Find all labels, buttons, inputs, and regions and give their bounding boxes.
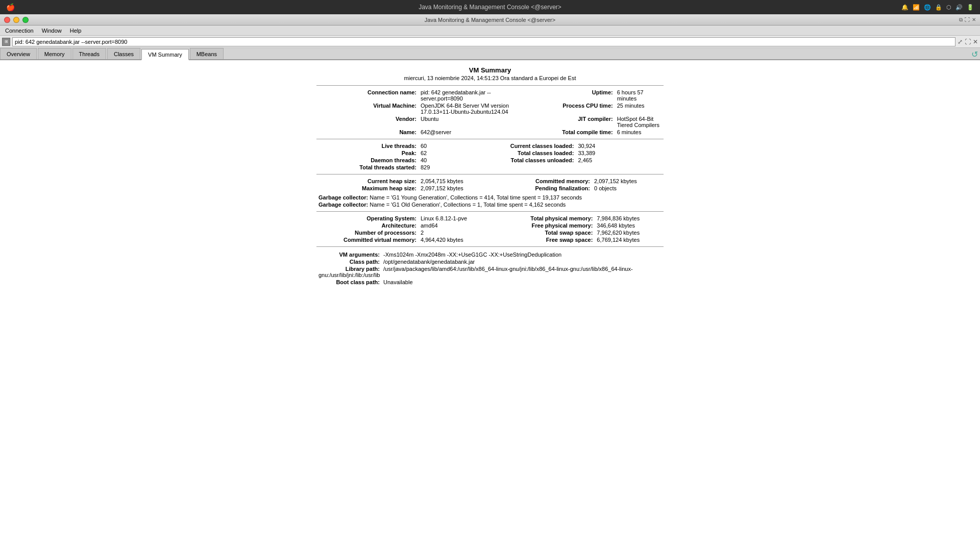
total-classes-loaded-value: 33,389: [576, 149, 664, 157]
free-swap-space-value: 6,769,124 kbytes: [595, 236, 664, 243]
boot-class-path-label: Boot class path:: [318, 279, 380, 285]
window-title-bar: Java Monitoring & Management Console <@s…: [419, 4, 561, 11]
tab-memory[interactable]: Memory: [38, 48, 71, 59]
app-window: Java Monitoring & Management Console <@s…: [0, 14, 980, 551]
app-title: Java Monitoring & Management Console <@s…: [425, 17, 555, 23]
refresh-icon[interactable]: ↺: [971, 49, 978, 59]
total-physical-memory-label: Total physical memory:: [493, 215, 595, 222]
vm-arguments-value: -Xms1024m -Xmx2048m -XX:+UseG1GC -XX:+Us…: [383, 252, 561, 258]
vendor-label: Vendor:: [316, 115, 419, 129]
restore-icon[interactable]: ⧉: [959, 17, 963, 23]
separator-5: [316, 246, 664, 247]
sound-icon: 🔊: [955, 4, 963, 11]
tab-threads[interactable]: Threads: [72, 48, 106, 59]
maximize-button[interactable]: [22, 17, 29, 23]
live-threads-label: Live threads:: [316, 142, 419, 149]
menu-connection[interactable]: Connection: [2, 27, 37, 34]
separator-4: [316, 211, 664, 212]
menu-window[interactable]: Window: [39, 27, 65, 34]
tab-overview[interactable]: Overview: [0, 48, 37, 59]
bluetooth-icon: ⬡: [946, 4, 951, 11]
uptime-label: Uptime:: [513, 89, 615, 102]
virtual-machine-label: Virtual Machine:: [316, 102, 419, 115]
total-swap-space-value: 7,962,620 kbytes: [595, 229, 664, 236]
peak-label: Peak:: [316, 149, 419, 157]
os-value: Linux 6.8.12-1-pve: [419, 215, 493, 222]
vm-args-section: VM arguments: -Xms1024m -Xmx2048m -XX:+U…: [316, 250, 664, 287]
separator-3: [316, 174, 664, 174]
total-threads-started-value: 829: [419, 164, 474, 171]
total-threads-started-label: Total threads started:: [316, 164, 419, 171]
architecture-value: amd64: [419, 222, 493, 229]
total-classes-loaded-label: Total classes loaded:: [474, 149, 576, 157]
menu-help[interactable]: Help: [67, 27, 85, 34]
os-label: Operating System:: [316, 215, 419, 222]
vm-summary-date: miercuri, 13 noiembrie 2024, 14:51:23 Or…: [316, 75, 664, 81]
close-address-icon[interactable]: ✕: [973, 38, 978, 45]
process-cpu-time-label: Process CPU time:: [513, 102, 615, 115]
content-panel: VM Summary miercuri, 13 noiembrie 2024, …: [316, 60, 664, 291]
tab-classes[interactable]: Classes: [107, 48, 140, 59]
total-physical-memory-value: 7,984,836 kbytes: [595, 215, 664, 222]
heap-memory-table: Current heap size: 2,054,715 kbytes Comm…: [316, 178, 664, 192]
address-input[interactable]: [12, 37, 955, 46]
wifi-icon: 📶: [913, 4, 920, 11]
virtual-machine-value: OpenJDK 64-Bit Server VM version 17.0.13…: [419, 102, 513, 115]
gc-row-2: Garbage collector: Name = 'G1 Old Genera…: [316, 201, 664, 208]
committed-memory-label: Committed memory:: [490, 178, 592, 185]
tab-mbeans[interactable]: MBeans: [190, 48, 224, 59]
class-path-label: Class path:: [318, 259, 380, 265]
zoom-icon[interactable]: ⛶: [965, 38, 971, 45]
total-compile-time-value: 6 minutes: [615, 129, 664, 136]
daemon-threads-label: Daemon threads:: [316, 157, 419, 164]
committed-virtual-memory-value: 4,964,420 kbytes: [419, 236, 493, 243]
pending-finalization-value: 0 objects: [592, 185, 664, 192]
window-titlebar: Java Monitoring & Management Console <@s…: [0, 14, 980, 26]
vm-summary-title: VM Summary: [316, 66, 664, 74]
battery-icon: 🔋: [967, 4, 974, 11]
close-icon[interactable]: ✕: [972, 17, 976, 23]
connection-info-table: Connection name: pid: 642 genedatabank.j…: [316, 89, 664, 136]
jit-compiler-value: HotSpot 64-Bit Tiered Compilers: [615, 115, 664, 129]
class-path-value: /opt/genedatabank/genedatabank.jar: [383, 259, 475, 265]
address-bar-right-icons: ⤢ ⛶ ✕: [958, 38, 978, 45]
notification-icon[interactable]: 🔔: [901, 4, 909, 11]
connection-name-label: Connection name:: [316, 89, 419, 102]
separator-2: [316, 139, 664, 139]
process-cpu-time-value: 25 minutes: [615, 102, 664, 115]
gc1-value: Name = 'G1 Young Generation', Collection…: [370, 194, 582, 201]
architecture-label: Architecture:: [316, 222, 419, 229]
main-content: VM Summary miercuri, 13 noiembrie 2024, …: [0, 60, 980, 551]
boot-class-path-value: Unavailable: [383, 279, 412, 285]
class-path-row: Class path: /opt/genedatabank/genedataba…: [318, 258, 662, 265]
free-physical-memory-label: Free physical memory:: [493, 222, 595, 229]
name-label: Name:: [316, 129, 419, 136]
tab-vm-summary[interactable]: VM Summary: [141, 49, 189, 60]
peak-value: 62: [419, 149, 474, 157]
expand-icon[interactable]: ⤢: [958, 38, 963, 45]
vm-arguments-label: VM arguments:: [318, 252, 380, 258]
fullscreen-icon[interactable]: ⛶: [965, 17, 970, 23]
boot-class-path-row: Boot class path: Unavailable: [318, 279, 662, 286]
window-controls: [4, 17, 29, 23]
free-physical-memory-value: 346,648 kbytes: [595, 222, 664, 229]
max-heap-size-label: Maximum heap size:: [316, 185, 419, 192]
mac-topbar-left: 🍎: [6, 3, 15, 11]
committed-memory-value: 2,097,152 kbytes: [592, 178, 664, 185]
window-title-right-icons: ⧉ ⛶ ✕: [959, 17, 976, 23]
mac-topbar: 🍎 Java Monitoring & Management Console <…: [0, 0, 980, 14]
current-heap-size-label: Current heap size:: [316, 178, 419, 185]
num-processors-label: Number of processors:: [316, 229, 419, 236]
tab-bar: Overview Memory Threads Classes VM Summa…: [0, 48, 980, 60]
browser-icon: 🌐: [924, 4, 931, 11]
threads-classes-table: Live threads: 60 Current classes loaded:…: [316, 142, 664, 171]
mac-topbar-right: 🔔 📶 🌐 🔒 ⬡ 🔊 🔋: [901, 4, 974, 11]
free-swap-space-label: Free swap space:: [493, 236, 595, 243]
library-path-row: Library path: /usr/java/packages/lib/amd…: [318, 265, 662, 279]
close-button[interactable]: [4, 17, 10, 23]
minimize-button[interactable]: [13, 17, 19, 23]
jit-compiler-label: JIT compiler:: [513, 115, 615, 129]
gc-row-1: Garbage collector: Name = 'G1 Young Gene…: [316, 194, 664, 201]
apple-logo-icon: 🍎: [6, 3, 15, 11]
tab-bar-right: ↺: [971, 49, 980, 59]
